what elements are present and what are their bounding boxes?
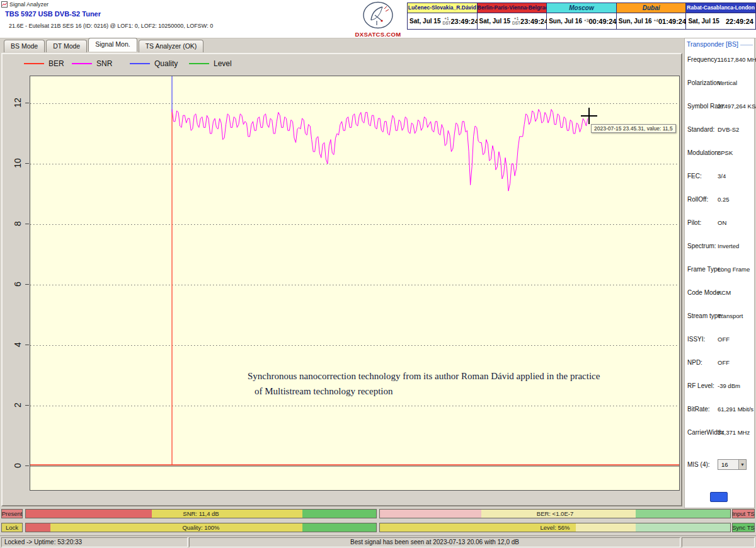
param-row: Frame Type:Long Frame	[685, 266, 754, 289]
clock-dubai: Dubai Sun, Jul 16 +4 01:49:24	[617, 3, 687, 29]
tab-dt-mode[interactable]: DT Mode	[46, 40, 87, 52]
tab-ts-analyzer[interactable]: TS Analyzer (OK)	[139, 40, 204, 52]
ber-meter: BER: <1.0E-7	[379, 509, 731, 518]
legend-item-snr: SNR	[72, 59, 112, 68]
y-axis-tick	[25, 405, 29, 406]
quality-meter: Quality: 100%	[25, 523, 377, 532]
quality-line-swatch	[130, 63, 150, 64]
y-axis-tick	[25, 284, 29, 285]
snr-line-swatch	[72, 63, 92, 64]
world-clocks: Lučenec-Slovakia_R.Dávid Sat, Jul 15 +1D…	[407, 3, 756, 30]
clock-time: 00:49:24	[588, 18, 616, 25]
cursor-tooltip: 2023-07-15 23.45.31, value: 11,5	[591, 124, 676, 133]
logo-text: DXSATCS.COM	[350, 31, 406, 38]
legend-label: Level	[214, 59, 232, 68]
legend-label: Quality	[154, 59, 178, 68]
meter-row-1: Present SNR: 11,4 dB BER: <1.0E-7 Input …	[0, 509, 756, 520]
mis-selected-value: 16	[721, 461, 728, 468]
y-axis-label: 12	[13, 94, 24, 111]
clock-offset: +3	[584, 19, 588, 23]
ber-line-swatch	[24, 63, 44, 64]
statusbar-spacer	[682, 537, 755, 547]
param-row: Symbol Rate:27497,264 KS/s	[685, 103, 754, 126]
clock-date: Sat, Jul 15	[688, 18, 719, 25]
legend-item-level: Level	[189, 59, 232, 68]
signal-analyzer-window: Signal Analyzer TBS 5927 USB DVB-S2 Tune…	[0, 0, 756, 548]
statusbar-lock-uptime: Locked -> Uptime: 53:20:33	[1, 537, 188, 547]
window-title: Signal Analyzer	[9, 1, 49, 8]
transponder-rows: Frequency:11617,840 MHz Polarization:Ver…	[685, 56, 754, 452]
legend-item-quality: Quality	[130, 59, 178, 68]
y-axis-tick	[25, 345, 29, 345]
param-row: NPD:OFF	[685, 359, 754, 382]
y-axis-label: 6	[13, 276, 24, 292]
y-axis-label: 4	[13, 336, 24, 353]
tab-signal-mon[interactable]: Signal Mon.	[88, 38, 137, 52]
y-axis-label: 8	[13, 215, 24, 232]
title-rule	[740, 45, 753, 45]
snr-meter: SNR: 11,4 dB	[25, 509, 377, 518]
lock-indicator: Lock	[1, 523, 23, 532]
y-axis-label: 0	[13, 457, 24, 474]
clock-moscow: Moscow Sun, Jul 16 +3 00:49:24	[547, 3, 617, 29]
input-ts-indicator: Input TS	[732, 509, 755, 518]
param-row: Stream type:Transport	[685, 312, 754, 336]
legend-item-ber: BER	[24, 59, 64, 68]
statusbar: Locked -> Uptime: 53:20:33 Best signal h…	[0, 535, 756, 548]
cursor-crosshair	[588, 108, 590, 124]
clock-time: 23:49:24	[450, 18, 478, 25]
mis-select[interactable]: 16 ▼	[718, 459, 747, 470]
clock-city-label: Moscow	[547, 3, 616, 13]
clock-time: 23:49:24	[520, 18, 548, 25]
clock-date: Sat, Jul 15	[410, 18, 440, 25]
param-row: RF Level:-39 dBm	[685, 382, 754, 406]
param-row: Spectrum:Inverted	[685, 243, 754, 266]
signal-plot-area[interactable]: Synchronous nanocorrection technology fr…	[30, 76, 680, 491]
transponder-title: Transponder [BS]	[685, 38, 754, 48]
chart-panel: BER SNR Quality Level 12 10 8 6 4 2 0	[1, 53, 682, 506]
plot-annotation-line1: Synchronous nanocorrection technology fr…	[248, 371, 600, 382]
chevron-down-icon: ▼	[738, 460, 746, 469]
titlebar: Signal Analyzer	[1, 1, 49, 8]
param-row: Frequency:11617,840 MHz	[685, 56, 754, 79]
meter-row-2: Lock Quality: 100% Level: 56% Sync TS	[0, 523, 756, 534]
param-row: CarrierWidth:34,371 MHz	[685, 429, 754, 452]
header: Signal Analyzer TBS 5927 USB DVB-S2 Tune…	[0, 0, 756, 38]
clock-offset: +1DST	[512, 17, 520, 25]
param-row: BitRate:61,291 Mbit/s	[685, 406, 754, 429]
chart-legend: BER SNR Quality Level	[3, 59, 681, 69]
param-row: Standard:DVB-S2	[685, 126, 754, 149]
panel-blue-button[interactable]	[710, 492, 728, 502]
clock-date: Sun, Jul 16	[619, 18, 652, 25]
statusbar-best-signal: Best signal has been seen at 2023-07-13 …	[189, 537, 680, 547]
param-row: Pilot:ON	[685, 219, 754, 243]
app-icon	[1, 1, 8, 8]
satellite-dish-icon	[362, 1, 394, 30]
dxsatcs-logo: DXSATCS.COM	[350, 1, 406, 38]
clock-offset: +4	[654, 19, 658, 23]
param-row: ISSYI:OFF	[685, 336, 754, 359]
param-row: FEC:3/4	[685, 173, 754, 196]
level-meter: Level: 56%	[379, 523, 731, 532]
clock-date: Sun, Jul 16	[549, 18, 582, 25]
tab-bs-mode[interactable]: BS Mode	[4, 40, 45, 52]
present-indicator: Present	[1, 509, 23, 518]
clock-date: Sat, Jul 15	[479, 18, 510, 25]
y-axis-tick	[25, 224, 29, 224]
clock-berlin: Berlin-Paris-Vienna-Belgrade Sat, Jul 15…	[478, 3, 547, 29]
param-row: Code Mode:ACM	[685, 289, 754, 312]
clock-offset: +1DST	[442, 17, 450, 25]
y-axis-tick	[25, 163, 29, 164]
clock-city-label: Berlin-Paris-Vienna-Belgrade	[478, 3, 547, 13]
plot-annotation-line2: of Multistream technology reception	[255, 386, 393, 397]
clock-city-label: Rabat-Casablanca-London	[686, 3, 755, 13]
clock-city-label: Lučenec-Slovakia_R.Dávid	[408, 3, 477, 13]
y-axis-tick	[25, 103, 29, 103]
y-axis-tick	[25, 465, 29, 466]
clock-city-label: Dubai	[617, 3, 686, 13]
legend-label: BER	[49, 59, 64, 68]
mis-row: MIS (4): 16 ▼	[685, 459, 754, 472]
tuner-name: TBS 5927 USB DVB-S2 Tuner	[5, 10, 101, 18]
clock-london: Rabat-Casablanca-London Sat, Jul 15 22:4…	[686, 3, 755, 29]
legend-label: SNR	[96, 59, 112, 68]
